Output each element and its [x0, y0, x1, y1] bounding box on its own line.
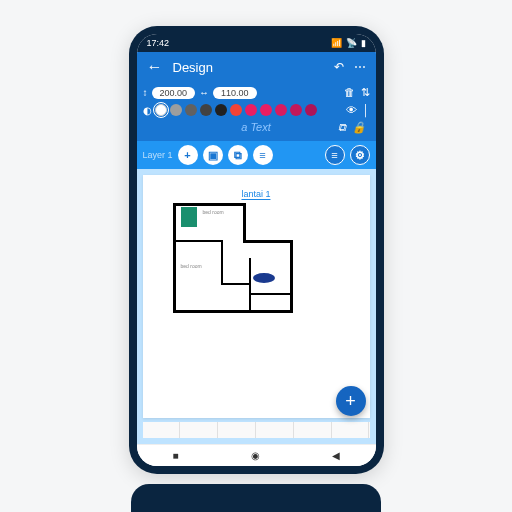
color-swatch[interactable]: [260, 104, 272, 116]
width-icon: ↔: [199, 87, 209, 98]
layer-label[interactable]: Layer 1: [143, 150, 173, 160]
screen: 17:42 📶 📡 ▮ ← Design ↶ ⋯ ↕ 200.00 ↔ 110.…: [137, 34, 376, 466]
dimension-row: ↕ 200.00 ↔ 110.00 🗑 ⇅: [143, 86, 370, 99]
canvas-paper[interactable]: lantai 1 bed roo: [143, 175, 370, 418]
nav-back[interactable]: ◀: [332, 450, 340, 461]
layer-bar: Layer 1 + ▣ ⧉ ≡ ≡ ⚙: [137, 141, 376, 169]
ruler: [143, 422, 370, 438]
undo-icon[interactable]: ↶: [334, 60, 344, 74]
bed-furniture[interactable]: [181, 207, 197, 227]
color-swatch[interactable]: [275, 104, 287, 116]
color-swatch[interactable]: [200, 104, 212, 116]
color-swatch[interactable]: [170, 104, 182, 116]
status-icons: 📶 📡 ▮: [331, 38, 366, 48]
floorplan-title: lantai 1: [241, 189, 270, 200]
android-nav: ■ ◉ ◀: [137, 444, 376, 466]
crop-button[interactable]: ▣: [203, 145, 223, 165]
toolbar: ↕ 200.00 ↔ 110.00 🗑 ⇅ ◐ 👁 │ a Text: [137, 82, 376, 141]
nav-recent[interactable]: ■: [172, 450, 178, 461]
color-swatch[interactable]: [230, 104, 242, 116]
layers-menu-button[interactable]: ≡: [325, 145, 345, 165]
duplicate-button[interactable]: ⧉: [228, 145, 248, 165]
opacity-icon[interactable]: ◐: [143, 105, 152, 116]
signal-icon: 📶: [331, 38, 342, 48]
delete-icon[interactable]: 🗑: [344, 86, 355, 99]
more-icon[interactable]: ⋯: [354, 60, 366, 74]
app-header: ← Design ↶ ⋯: [137, 52, 376, 82]
floorplan[interactable]: bed room bed room: [173, 203, 293, 313]
height-input[interactable]: 200.00: [152, 87, 196, 99]
text-placeholder-row: a Text ⧉ 🔒: [143, 121, 370, 133]
nav-home[interactable]: ◉: [251, 450, 260, 461]
status-bar: 17:42 📶 📡 ▮: [137, 34, 376, 52]
phone-frame: 17:42 📶 📡 ▮ ← Design ↶ ⋯ ↕ 200.00 ↔ 110.…: [129, 26, 384, 474]
color-swatch[interactable]: [305, 104, 317, 116]
second-phone-hint: [131, 484, 381, 512]
oval-furniture[interactable]: [253, 273, 275, 283]
room-label: bed room: [203, 209, 224, 215]
status-time: 17:42: [147, 38, 170, 48]
wifi-icon: 📡: [346, 38, 357, 48]
move-icon[interactable]: ⇅: [361, 86, 370, 99]
color-swatch[interactable]: [155, 104, 167, 116]
text-placeholder[interactable]: a Text: [241, 121, 271, 133]
settings-button[interactable]: ⚙: [350, 145, 370, 165]
color-swatch[interactable]: [290, 104, 302, 116]
width-input[interactable]: 110.00: [213, 87, 257, 99]
fab-add-button[interactable]: +: [336, 386, 366, 416]
back-icon[interactable]: ←: [147, 58, 163, 76]
height-icon: ↕: [143, 87, 148, 98]
layers-button[interactable]: ≡: [253, 145, 273, 165]
line-icon[interactable]: │: [363, 104, 370, 116]
lock-icon[interactable]: 🔒: [352, 121, 366, 134]
copy-icon[interactable]: ⧉: [338, 121, 346, 134]
add-layer-button[interactable]: +: [178, 145, 198, 165]
color-palette: ◐ 👁 │: [143, 104, 370, 116]
color-swatch[interactable]: [215, 104, 227, 116]
color-swatch[interactable]: [185, 104, 197, 116]
room-label: bed room: [181, 263, 202, 269]
color-swatch[interactable]: [245, 104, 257, 116]
visibility-icon[interactable]: 👁: [346, 104, 357, 116]
canvas-area[interactable]: lantai 1 bed roo: [137, 169, 376, 444]
battery-icon: ▮: [361, 38, 366, 48]
page-title: Design: [173, 60, 324, 75]
